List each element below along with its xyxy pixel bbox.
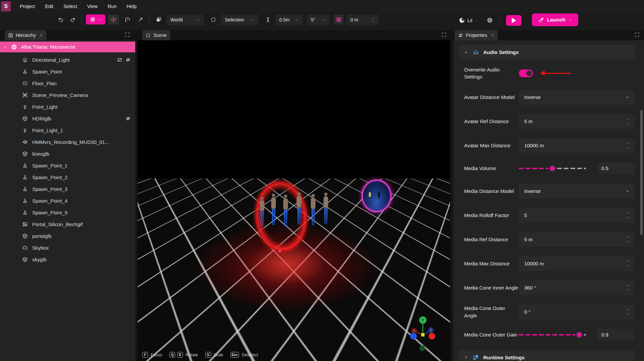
move-tool-button[interactable] xyxy=(108,14,119,24)
prop-label: Media Cone Inner Angle xyxy=(464,284,519,291)
stepper-media-rolloff-factor[interactable]: 5 xyxy=(519,208,635,223)
axis-gizmo[interactable]: X Z Y xyxy=(406,315,440,355)
tree-item-hdriglb[interactable]: HDRIglb xyxy=(0,113,135,124)
stepper-arrows[interactable] xyxy=(626,211,630,219)
section-audio-settings[interactable]: Audio Settings xyxy=(459,45,635,59)
properties-scrollbar[interactable] xyxy=(640,110,643,235)
axis-z-handle[interactable] xyxy=(429,333,435,340)
prop-row-media-cone-outer-gain: Media Cone Outer Gain0.9 xyxy=(464,329,635,341)
section-runtime-settings[interactable]: Runtime Settings xyxy=(459,350,635,361)
transform-space-select[interactable]: World xyxy=(166,14,204,25)
viewport-canvas[interactable]: X Z Y FFocusQERotateGGrabEscDeselect xyxy=(138,40,450,361)
tree-item-linesglb[interactable]: linesglb xyxy=(0,148,135,160)
grid-snap-toggle-button[interactable] xyxy=(334,14,344,24)
stepper-arrows[interactable] xyxy=(626,141,630,150)
undo-button[interactable] xyxy=(56,14,65,24)
avatar-figure[interactable] xyxy=(309,193,317,228)
stepper-avatar-ref-distance[interactable]: 5 m xyxy=(519,114,635,129)
visibility-off-icon[interactable] xyxy=(126,116,131,121)
toggle-overwrite-audio-settings[interactable] xyxy=(519,69,533,77)
redo-button[interactable] xyxy=(68,14,78,24)
avatar-figure[interactable] xyxy=(281,194,290,229)
menu-item-view[interactable]: View xyxy=(82,0,102,13)
tab-scene[interactable]: Scene xyxy=(142,30,170,40)
hierarchy-expand-icon[interactable] xyxy=(125,32,130,37)
slider-knob[interactable] xyxy=(576,331,583,338)
tree-item-spawn-point-4[interactable]: Spawn_Point_4 xyxy=(0,195,135,207)
pivot-mode-icon-button[interactable] xyxy=(208,14,218,24)
stepper-arrows[interactable] xyxy=(626,308,630,316)
scene-expand-icon[interactable] xyxy=(442,32,447,37)
menu-item-edit[interactable]: Edit xyxy=(40,0,58,13)
launch-button[interactable]: Launch xyxy=(532,13,578,26)
transform-space-icon-button[interactable] xyxy=(154,14,164,24)
tree-item-spawn-point-2[interactable]: Spawn_Point_2 xyxy=(0,171,135,183)
stepper-arrows[interactable] xyxy=(626,283,630,292)
avatar-figure[interactable] xyxy=(295,192,304,227)
angle-snap-select[interactable]: 5° xyxy=(307,14,330,25)
gizmo-center-handle[interactable] xyxy=(421,333,425,337)
tree-item-spawn-point-5[interactable]: Spawn_Point_5 xyxy=(0,207,135,218)
tree-item-floor-plan[interactable]: Floor_Plan xyxy=(0,78,135,89)
menu-item-help[interactable]: Help xyxy=(121,0,142,13)
grid-size-select[interactable]: 0.5m xyxy=(275,14,303,25)
frame-slash-icon[interactable] xyxy=(117,57,122,62)
elevation-snap-icon[interactable] xyxy=(263,14,273,24)
stepper-arrows[interactable] xyxy=(626,117,630,125)
stepper-arrows[interactable] xyxy=(371,17,375,22)
app-logo[interactable]: S xyxy=(1,1,11,11)
tree-item-root-selected[interactable]: Alba Triana: Microverse xyxy=(0,42,135,52)
stepper-media-max-distance[interactable]: 10000 m xyxy=(519,256,635,271)
value-media-volume[interactable]: 0.5 xyxy=(597,162,635,174)
select-avatar-distance-model[interactable]: Inverse xyxy=(519,90,635,105)
properties-expand-icon[interactable] xyxy=(635,32,640,37)
layout-grid-button[interactable] xyxy=(86,14,105,24)
stepper-media-cone-inner-angle[interactable]: 360 ° xyxy=(519,280,635,295)
stepper-arrows[interactable] xyxy=(626,235,630,244)
shading-mode-select[interactable]: Lit xyxy=(457,15,480,25)
axis-x-handle[interactable] xyxy=(410,333,417,340)
tab-hierarchy[interactable]: Hierarchy xyxy=(5,30,46,40)
avatar-figure[interactable] xyxy=(258,196,266,229)
slider-knob[interactable] xyxy=(549,165,556,172)
visibility-off-icon[interactable] xyxy=(126,57,131,62)
tree-item-hmmvrs-recording-mud30-01[interactable]: HMMvrs_Recording_MUD30_01... xyxy=(0,136,135,148)
spawn-point-icon xyxy=(22,163,28,168)
menu-item-project[interactable]: Project xyxy=(15,0,40,13)
tree-item-skyglb[interactable]: skyglb xyxy=(0,254,135,265)
stepper-arrows[interactable] xyxy=(626,259,630,268)
value-media-cone-outer-gain[interactable]: 0.9 xyxy=(597,329,635,341)
scale-tool-button[interactable] xyxy=(135,14,145,24)
slider-media-cone-outer-gain[interactable] xyxy=(519,331,586,339)
tree-item-scene-preview-camera[interactable]: Scene_Preview_Camera xyxy=(0,89,135,101)
menu-item-select[interactable]: Select xyxy=(58,0,82,13)
tree-item-directional-light[interactable]: Directional_Light xyxy=(0,54,135,66)
axis-x-label: X xyxy=(413,329,415,333)
close-icon[interactable] xyxy=(491,34,494,37)
tree-item-portal-silicon-bechgif[interactable]: Portal_Silicon_Bechgif xyxy=(0,218,135,230)
axis-y-negative[interactable] xyxy=(419,346,425,351)
stepper-media-ref-distance[interactable]: 5 m xyxy=(519,232,635,247)
tree-item-spawn-point-3[interactable]: Spawn_Point_3 xyxy=(0,183,135,195)
pivot-select[interactable]: Selection xyxy=(221,14,258,25)
tree-item-spawn-point-1[interactable]: Spawn_Point_1 xyxy=(0,160,135,171)
tree-item-spawn-point[interactable]: Spawn_Point xyxy=(0,66,135,78)
rotate-tool-button[interactable] xyxy=(122,14,133,24)
menu-item-run[interactable]: Run xyxy=(103,0,122,13)
play-button[interactable] xyxy=(506,15,522,26)
portal-object[interactable] xyxy=(361,179,392,212)
select-media-distance-model[interactable]: Inverse xyxy=(519,184,635,199)
elevation-stepper[interactable]: 0 m xyxy=(346,14,379,25)
stepper-media-cone-outer-angle[interactable]: 0 ° xyxy=(519,305,635,319)
stepper-avatar-max-distance[interactable]: 10000 m xyxy=(519,138,635,153)
avatar-figure[interactable] xyxy=(321,192,330,227)
slider-media-volume[interactable] xyxy=(519,164,586,172)
close-icon[interactable] xyxy=(39,34,43,37)
settings-button[interactable] xyxy=(485,15,495,25)
tree-item-skybox[interactable]: Skybox xyxy=(0,242,135,254)
avatar-figure[interactable] xyxy=(269,193,278,228)
tree-item-point-light-1[interactable]: Point_Light_1 xyxy=(0,124,135,136)
tab-properties[interactable]: Properties xyxy=(455,30,498,40)
tree-item-portalglb[interactable]: portalglb xyxy=(0,230,135,242)
tree-item-point-light[interactable]: Point_Light xyxy=(0,101,135,113)
